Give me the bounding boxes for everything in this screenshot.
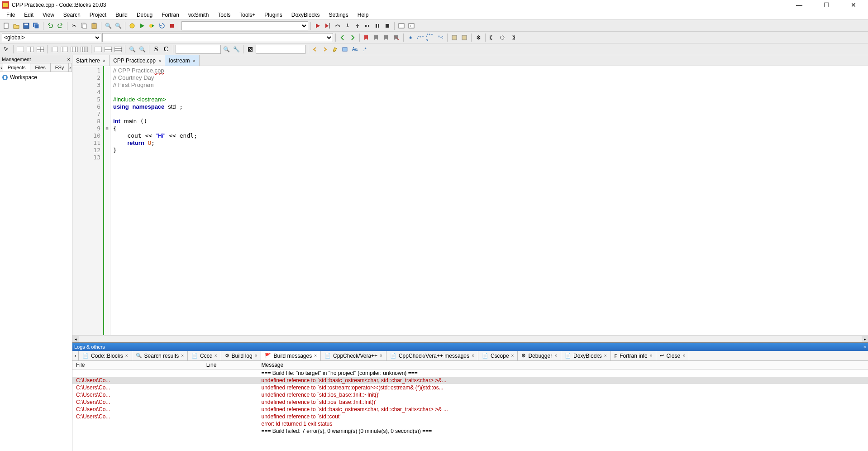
symbol-selector[interactable] [102, 33, 333, 42]
bookmark-prev-icon[interactable] [372, 33, 381, 42]
log-tab-close-icon[interactable]: × [554, 353, 557, 358]
log-tab-doxyblocks[interactable]: 📄DoxyBlocks× [561, 351, 611, 360]
undo-icon[interactable] [46, 21, 55, 30]
panel2-icon[interactable] [26, 45, 35, 54]
mgmt-tab-prev-icon[interactable]: ‹ [0, 63, 3, 72]
maximize-button[interactable]: ☐ [817, 1, 835, 9]
menu-debug[interactable]: Debug [132, 11, 157, 19]
doxy-html-icon[interactable] [460, 33, 469, 42]
redo-icon[interactable] [56, 21, 65, 30]
log-col-line[interactable]: Line [203, 361, 258, 369]
doxy-run-icon[interactable] [450, 33, 459, 42]
layout4-icon[interactable] [80, 45, 89, 54]
log-tab-close-icon[interactable]: × [511, 353, 514, 358]
scroll-right-icon[interactable]: ▸ [862, 336, 868, 342]
abort-icon[interactable] [167, 21, 176, 30]
paste-icon[interactable] [90, 21, 99, 30]
menu-edit[interactable]: Edit [19, 11, 38, 19]
debug-windows-icon[interactable] [397, 21, 406, 30]
search-input-1[interactable] [176, 45, 221, 54]
log-tab-close-icon[interactable]: × [682, 353, 685, 358]
log-row[interactable]: C:\Users\Co... undefined reference to `s… [72, 391, 868, 398]
menu-file[interactable]: File [2, 11, 19, 19]
doxy-single-icon[interactable]: *< [436, 33, 445, 42]
break-debug-icon[interactable] [373, 21, 382, 30]
workspace-item[interactable]: Workspace [2, 74, 70, 81]
menu-doxyblocks[interactable]: DoxyBlocks [287, 11, 324, 19]
search-go-icon[interactable]: 🔍 [222, 45, 231, 54]
menu-wxsmith[interactable]: wxSmith [184, 11, 213, 19]
mgmt-tab-files[interactable]: Files [30, 63, 50, 72]
step-into-icon[interactable] [343, 21, 352, 30]
cut-icon[interactable]: ✂ [70, 21, 79, 30]
log-tab-build-messages[interactable]: 🚩Build messages× [261, 351, 321, 360]
tab-close-icon[interactable]: × [158, 58, 161, 63]
mgmt-tab-projects[interactable]: Projects [3, 63, 31, 72]
minimize-button[interactable]: — [790, 1, 808, 9]
scroll-left-icon[interactable]: ◂ [72, 336, 79, 342]
menu-build[interactable]: Build [111, 11, 132, 19]
log-tab-cccc[interactable]: 📄Cccc× [188, 351, 221, 360]
block1-icon[interactable] [94, 45, 103, 54]
doxy-comment-icon[interactable]: ✱ [406, 33, 415, 42]
step-out-icon[interactable] [353, 21, 362, 30]
log-tab-debugger[interactable]: ⚙Debugger× [518, 351, 561, 360]
log-row[interactable]: error: ld returned 1 exit status [72, 420, 868, 427]
menu-view[interactable]: View [38, 11, 59, 19]
step-over-icon[interactable] [333, 21, 342, 30]
zoom-out-icon[interactable]: 🔍 [138, 45, 147, 54]
log-tab-cscope[interactable]: 📄Cscope× [478, 351, 518, 360]
replace-icon[interactable]: 🔍 [114, 21, 123, 30]
debug-run-icon[interactable] [313, 21, 322, 30]
close-button[interactable]: ✕ [844, 1, 863, 9]
search-input-2[interactable] [256, 45, 305, 54]
search-opts-icon[interactable]: 🔧 [232, 45, 241, 54]
log-tab-close-icon[interactable]: × [314, 353, 317, 358]
log-tab-close-icon[interactable]: × [472, 353, 474, 358]
log-tab-search-results[interactable]: 🔍Search results× [132, 351, 188, 360]
management-close-icon[interactable]: × [67, 57, 70, 62]
menu-plugins[interactable]: Plugins [260, 11, 286, 19]
block2-icon[interactable] [104, 45, 113, 54]
scope-selector[interactable]: <global> [2, 33, 101, 42]
log-tab-close-icon[interactable]: × [650, 353, 653, 358]
log-tab-cppcheck-vera-messages[interactable]: 📄CppCheck/Vera++ messages× [386, 351, 478, 360]
log-row[interactable]: === Build file: "no target" in "no proje… [72, 369, 868, 377]
doxy-block-icon[interactable]: /** [416, 33, 425, 42]
zoom-in-icon[interactable]: 🔍 [128, 45, 137, 54]
mgmt-tab-next-icon[interactable]: › [69, 63, 72, 72]
menu-tools[interactable]: Tools+ [235, 11, 260, 19]
log-col-file[interactable]: File [72, 361, 203, 369]
run-icon[interactable] [138, 21, 147, 30]
editor-tab-iostream[interactable]: iostream× [165, 55, 199, 66]
jump-fwd-icon[interactable] [508, 33, 517, 42]
new-file-icon[interactable] [2, 21, 11, 30]
selected-text-icon[interactable] [340, 45, 349, 54]
bookmark-next-icon[interactable] [382, 33, 391, 42]
log-col-message[interactable]: Message [258, 361, 868, 369]
tab-close-icon[interactable]: × [103, 58, 105, 63]
info-icon[interactable]: i [407, 21, 416, 30]
log-tab-close[interactable]: ↩Close× [656, 351, 689, 360]
log-tab-close-icon[interactable]: × [215, 353, 217, 358]
panel3-icon[interactable] [36, 45, 45, 54]
code-editor[interactable]: // CPP Practice.cpp // Courtney Day // F… [110, 66, 868, 335]
log-row[interactable]: C:\Users\Co... undefined reference to `s… [72, 377, 868, 384]
jump-back-icon[interactable] [488, 33, 497, 42]
build-target-selector[interactable] [181, 21, 308, 30]
log-row[interactable]: C:\Users\Co...undefined reference to `st… [72, 413, 868, 420]
build-run-icon[interactable] [148, 21, 157, 30]
copy-icon[interactable] [80, 21, 89, 30]
layout1-icon[interactable] [50, 45, 59, 54]
source-s-icon[interactable]: S [152, 45, 161, 54]
fold-column[interactable]: ⊟ [104, 66, 110, 335]
menu-settings[interactable]: Settings [324, 11, 353, 19]
layout2-icon[interactable] [60, 45, 69, 54]
build-icon[interactable] [128, 21, 137, 30]
log-tab-close-icon[interactable]: × [255, 353, 258, 358]
logs-close-icon[interactable]: × [863, 344, 866, 350]
menu-search[interactable]: Search [59, 11, 85, 19]
build-messages-table[interactable]: FileLineMessage === Build file: "no targ… [72, 361, 868, 435]
menu-project[interactable]: Project [85, 11, 111, 19]
tab-close-icon[interactable]: × [192, 58, 195, 63]
